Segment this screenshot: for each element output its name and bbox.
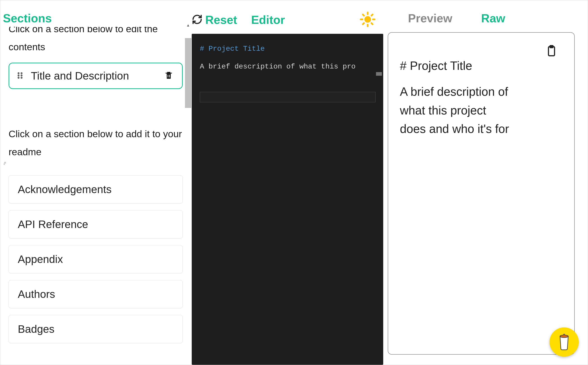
section-item-authors[interactable]: Authors [8, 280, 183, 308]
svg-point-1 [21, 73, 22, 74]
reset-button[interactable]: Reset [192, 13, 237, 27]
add-instruction-text: Click on a section below to add it to yo… [8, 125, 183, 161]
svg-line-17 [371, 14, 373, 15]
scrollbar-thumb[interactable] [185, 38, 191, 108]
editor-title: Editor [251, 13, 285, 27]
section-item-badges[interactable]: Badges [8, 315, 183, 343]
buy-me-coffee-button[interactable] [549, 327, 579, 357]
code-editor[interactable]: # Project Title A brief description of w… [192, 34, 383, 365]
svg-line-16 [363, 23, 364, 24]
section-item-appendix[interactable]: Appendix [8, 245, 183, 273]
selected-section-card[interactable]: Title and Description [8, 63, 183, 89]
svg-point-2 [18, 75, 19, 76]
svg-point-4 [18, 77, 19, 78]
theme-toggle-button[interactable] [360, 12, 376, 28]
reset-icon [192, 14, 203, 26]
editor-line-body: A brief description of what this pro [200, 63, 375, 71]
sidebar-scrollbar[interactable]: ▴ ▾ [185, 27, 191, 363]
sections-panel: Sections Click on a section below to edi… [0, 2, 192, 365]
trash-icon[interactable] [164, 71, 174, 81]
raw-output-box: # Project Title A brief description of w… [388, 32, 575, 355]
svg-rect-6 [167, 73, 171, 79]
sun-icon [360, 12, 376, 27]
svg-line-13 [371, 23, 373, 24]
editor-active-line [200, 92, 376, 102]
svg-point-3 [21, 75, 22, 76]
svg-point-9 [364, 16, 371, 22]
tab-preview[interactable]: Preview [408, 12, 452, 25]
selected-section-label: Title and Description [31, 70, 164, 82]
scroll-arrow-down-icon[interactable]: ▾ [185, 363, 191, 365]
svg-point-22 [560, 335, 568, 337]
svg-point-5 [21, 77, 22, 78]
coffee-cup-icon [558, 333, 570, 351]
svg-point-0 [18, 73, 19, 74]
raw-output-body: A brief description of what this project… [400, 83, 515, 138]
sections-title: Sections [0, 12, 192, 25]
tab-raw[interactable]: Raw [481, 12, 505, 25]
editor-horizontal-scrollbar[interactable] [376, 72, 382, 76]
reset-label: Reset [205, 13, 237, 27]
preview-panel: Preview Raw # Project Title A brief desc… [388, 2, 584, 365]
editor-line-heading: # Project Title [200, 45, 375, 53]
raw-output-title: # Project Title [400, 59, 563, 73]
editor-panel: Reset Editor [192, 2, 388, 365]
scroll-arrow-up-icon[interactable]: ▴ [185, 22, 191, 28]
clipboard-icon[interactable] [546, 44, 558, 58]
drag-handle-icon[interactable] [15, 71, 25, 81]
svg-line-12 [363, 14, 364, 15]
edit-instruction-text: Click on a section below to edit the con… [8, 27, 183, 56]
section-item-api-reference[interactable]: API Reference [8, 210, 183, 238]
section-item-acknowledgements[interactable]: Acknowledgements [8, 175, 183, 204]
